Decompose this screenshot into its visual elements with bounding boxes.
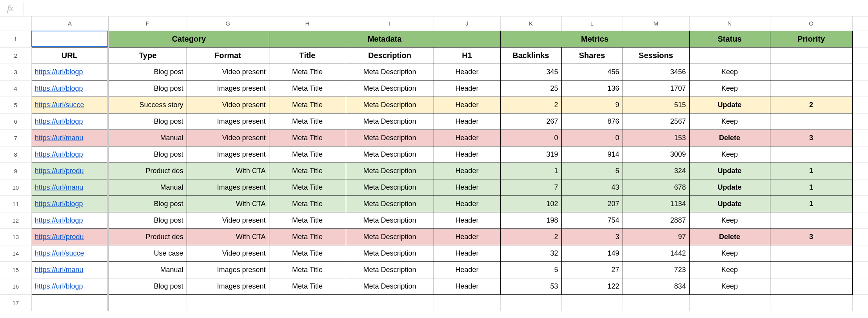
col-header-trail[interactable] — [852, 16, 868, 31]
cell-type[interactable]: Blog post — [108, 113, 187, 130]
col-header-m[interactable]: M — [623, 16, 689, 31]
cell-format[interactable]: Video present — [187, 212, 269, 228]
cell-priority[interactable] — [770, 261, 852, 278]
cell-sessions[interactable]: 1134 — [623, 196, 689, 212]
cell-status[interactable]: Update — [689, 163, 770, 179]
cell-type[interactable]: Blog post — [108, 64, 187, 80]
subh-format[interactable]: Format — [187, 47, 269, 64]
cell-url[interactable]: https://url/manu — [31, 179, 108, 196]
cell-sessions[interactable]: 153 — [623, 130, 689, 146]
cell-sessions[interactable]: 1442 — [623, 245, 689, 261]
cell-type[interactable]: Product des — [108, 163, 187, 179]
row-header-8[interactable]: 8 — [0, 146, 31, 163]
cell-blank[interactable] — [500, 294, 561, 311]
cell-priority[interactable] — [770, 278, 852, 294]
row-header-16[interactable]: 16 — [0, 278, 31, 294]
cell-priority[interactable] — [770, 64, 852, 80]
cell-description[interactable]: Meta Description — [346, 64, 434, 80]
cell-backlinks[interactable]: 319 — [500, 146, 561, 163]
subh-status-blank[interactable] — [689, 47, 770, 64]
cell-status[interactable]: Keep — [689, 80, 770, 97]
cell-description[interactable]: Meta Description — [346, 80, 434, 97]
url-link[interactable]: https://url/succe — [35, 101, 84, 109]
row-header-13[interactable]: 13 — [0, 228, 31, 245]
cell-url[interactable]: https://url/blogp — [31, 113, 108, 130]
cell-type[interactable]: Blog post — [108, 80, 187, 97]
cell-format[interactable]: With CTA — [187, 196, 269, 212]
cell-blank[interactable] — [770, 294, 852, 311]
cell-h1[interactable]: Header — [434, 97, 500, 113]
cell-shares[interactable]: 5 — [561, 163, 623, 179]
subh-title[interactable]: Title — [269, 47, 346, 64]
cell-type[interactable]: Blog post — [108, 196, 187, 212]
cell-status[interactable]: Delete — [689, 130, 770, 146]
cell-status[interactable]: Update — [689, 179, 770, 196]
row-header-5[interactable]: 5 — [0, 97, 31, 113]
cell-backlinks[interactable]: 102 — [500, 196, 561, 212]
url-link[interactable]: https://url/manu — [35, 134, 84, 142]
cell-backlinks[interactable]: 345 — [500, 64, 561, 80]
cell-priority[interactable] — [770, 80, 852, 97]
cell-backlinks[interactable]: 5 — [500, 261, 561, 278]
cell-h1[interactable]: Header — [434, 146, 500, 163]
cell-description[interactable]: Meta Description — [346, 179, 434, 196]
cell-status[interactable]: Keep — [689, 146, 770, 163]
cell-status[interactable]: Update — [689, 196, 770, 212]
subh-type[interactable]: Type — [108, 47, 187, 64]
cell-description[interactable]: Meta Description — [346, 97, 434, 113]
cell-blank[interactable] — [346, 294, 434, 311]
cell-trail[interactable] — [852, 179, 868, 196]
row-header-15[interactable]: 15 — [0, 261, 31, 278]
cell-shares[interactable]: 122 — [561, 278, 623, 294]
cell-backlinks[interactable]: 1 — [500, 163, 561, 179]
cell-priority[interactable] — [770, 146, 852, 163]
cell-sessions[interactable]: 97 — [623, 228, 689, 245]
cell-trail[interactable] — [852, 196, 868, 212]
cell-description[interactable]: Meta Description — [346, 130, 434, 146]
col-header-g[interactable]: G — [187, 16, 269, 31]
cell-description[interactable]: Meta Description — [346, 245, 434, 261]
cell-shares[interactable]: 149 — [561, 245, 623, 261]
cell-title[interactable]: Meta Title — [269, 130, 346, 146]
cell-sessions[interactable]: 3456 — [623, 64, 689, 80]
row-header-3[interactable]: 3 — [0, 64, 31, 80]
cell-sessions[interactable]: 723 — [623, 261, 689, 278]
cell-trail[interactable] — [852, 97, 868, 113]
cell-url[interactable]: https://url/succe — [31, 97, 108, 113]
cell-title[interactable]: Meta Title — [269, 228, 346, 245]
cell-url[interactable]: https://url/blogp — [31, 196, 108, 212]
sheet-grid[interactable]: A F G H I J K L M N O 1 — [0, 16, 868, 318]
cell-trail[interactable] — [852, 80, 868, 97]
cell-sessions[interactable]: 2887 — [623, 212, 689, 228]
cell-priority[interactable]: 1 — [770, 163, 852, 179]
cell-status[interactable]: Keep — [689, 212, 770, 228]
cell-status[interactable]: Keep — [689, 245, 770, 261]
cell-backlinks[interactable]: 2 — [500, 97, 561, 113]
cell-format[interactable]: Video present — [187, 130, 269, 146]
subh-backlinks[interactable]: Backlinks — [500, 47, 561, 64]
cell-trail-1[interactable] — [852, 31, 868, 47]
cell-blank[interactable] — [689, 294, 770, 311]
cell-trail[interactable] — [852, 212, 868, 228]
cell-type[interactable]: Blog post — [108, 212, 187, 228]
cell-description[interactable]: Meta Description — [346, 212, 434, 228]
cell-title[interactable]: Meta Title — [269, 245, 346, 261]
cell-format[interactable]: Video present — [187, 245, 269, 261]
cell-trail[interactable] — [852, 261, 868, 278]
cell-h1[interactable]: Header — [434, 278, 500, 294]
cell-backlinks[interactable]: 53 — [500, 278, 561, 294]
cell-shares[interactable]: 456 — [561, 64, 623, 80]
cell-description[interactable]: Meta Description — [346, 278, 434, 294]
cell-type[interactable]: Manual — [108, 179, 187, 196]
cell-trail[interactable] — [852, 163, 868, 179]
cell-backlinks[interactable]: 2 — [500, 228, 561, 245]
cell-h1[interactable]: Header — [434, 80, 500, 97]
cell-shares[interactable]: 207 — [561, 196, 623, 212]
cell-description[interactable]: Meta Description — [346, 196, 434, 212]
url-link[interactable]: https://url/produ — [35, 233, 84, 241]
cell-type[interactable]: Product des — [108, 228, 187, 245]
cell-backlinks[interactable]: 32 — [500, 245, 561, 261]
cell-blank[interactable] — [623, 294, 689, 311]
group-category[interactable]: Category — [108, 31, 269, 47]
cell-h1[interactable]: Header — [434, 179, 500, 196]
